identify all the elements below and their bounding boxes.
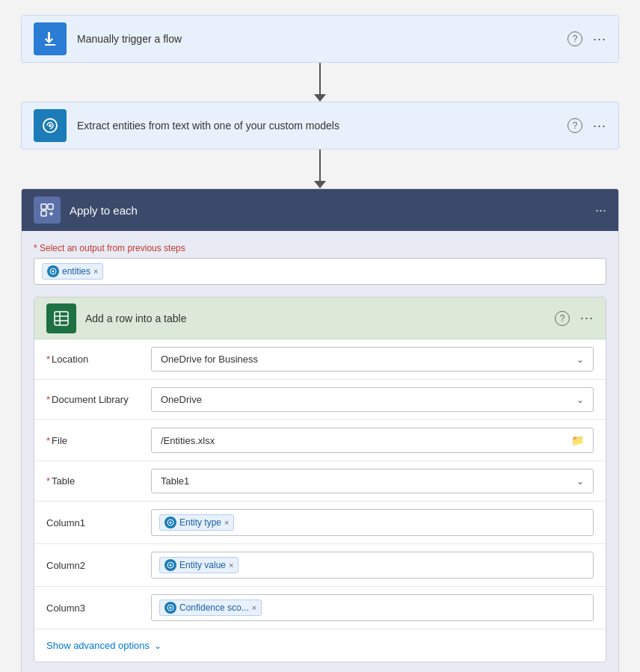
manual-trigger-more-icon[interactable]: ··· [593, 31, 606, 47]
select-output-label: * Select an output from previous steps [34, 243, 606, 253]
table-dropdown[interactable]: Table1 ⌄ [151, 469, 594, 493]
table-dropdown-arrow: ⌄ [576, 476, 584, 487]
add-row-help-icon[interactable]: ? [555, 311, 570, 326]
svg-point-16 [170, 607, 172, 609]
add-row-more-icon[interactable]: ··· [580, 310, 594, 326]
arrow-2 [314, 149, 326, 188]
extract-entities-block: Extract entities from text with one of y… [21, 102, 619, 149]
column3-token-label: Confidence sco... [179, 602, 249, 613]
manual-trigger-icon [34, 22, 67, 55]
manual-trigger-help-icon[interactable]: ? [567, 31, 582, 46]
location-field-row: *Location OneDrive for Business ⌄ [34, 339, 606, 380]
column3-token-icon [164, 602, 176, 614]
location-value: OneDrive for Business ⌄ [151, 347, 594, 372]
column1-token-label: Entity type [179, 517, 221, 528]
column2-field-row: Column2 Ent [34, 544, 606, 587]
column2-input[interactable]: Entity value × [151, 552, 594, 579]
apply-each-container: Apply to each ··· * Select an output fro… [21, 188, 619, 672]
location-dropdown[interactable]: OneDrive for Business ⌄ [151, 347, 594, 372]
table-dropdown-value: Table1 [161, 475, 189, 487]
apply-each-title: Apply to each [70, 204, 595, 217]
extract-entities-icon [34, 109, 67, 142]
column1-field-row: Column1 Ent [34, 502, 606, 544]
entities-token-icon [47, 265, 59, 277]
arrow-1 [314, 63, 326, 102]
add-row-header: Add a row into a table ? ··· [34, 298, 606, 339]
arrow-line-1 [319, 63, 321, 94]
column1-token-icon [164, 517, 176, 528]
table-value: Table1 ⌄ [151, 469, 594, 493]
file-value: /Entities.xlsx 📁 [151, 428, 594, 453]
column2-token-close[interactable]: × [229, 561, 233, 570]
document-library-field-row: *Document Library OneDrive ⌄ [34, 380, 606, 420]
apply-each-more-icon[interactable]: ··· [595, 203, 606, 218]
location-dropdown-arrow: ⌄ [576, 354, 584, 365]
arrow-head-2 [314, 181, 326, 188]
column1-input[interactable]: Entity type × [151, 509, 594, 536]
column3-input[interactable]: Confidence sco... × [151, 594, 594, 621]
file-folder-icon: 📁 [571, 434, 584, 446]
svg-rect-4 [41, 211, 46, 216]
column3-token: Confidence sco... × [159, 599, 262, 616]
svg-rect-7 [55, 312, 68, 325]
manual-trigger-actions: ? ··· [567, 31, 606, 47]
column3-value: Confidence sco... × [151, 594, 594, 621]
entities-token-close[interactable]: × [93, 267, 98, 276]
document-library-value: OneDrive ⌄ [151, 387, 594, 412]
file-text-value: /Entities.xlsx [161, 435, 215, 446]
table-label: *Table [46, 475, 151, 487]
show-advanced-text: Show advanced options [46, 640, 150, 651]
extract-entities-title: Extract entities from text with one of y… [77, 120, 567, 132]
document-library-dropdown-arrow: ⌄ [576, 395, 584, 405]
add-row-icon [46, 303, 76, 333]
show-advanced-chevron-icon: ⌄ [154, 641, 161, 651]
arrow-line-2 [319, 149, 321, 181]
svg-point-14 [170, 564, 172, 567]
arrow-head-1 [314, 94, 326, 102]
column1-token: Entity type × [159, 514, 234, 531]
extract-entities-more-icon[interactable]: ··· [593, 118, 606, 134]
manual-trigger-block: Manually trigger a flow ? ··· [21, 15, 619, 63]
svg-rect-3 [48, 204, 53, 209]
apply-each-header: Apply to each ··· [22, 189, 618, 231]
column3-label: Column3 [46, 602, 151, 614]
flow-container: Manually trigger a flow ? ··· Extract en… [21, 15, 619, 672]
manual-trigger-title: Manually trigger a flow [77, 33, 567, 45]
column2-token-label: Entity value [179, 560, 226, 570]
column2-token: Entity value × [159, 557, 239, 573]
entities-token-label: entities [62, 266, 90, 277]
document-library-label: *Document Library [46, 394, 151, 405]
file-field-row: *File /Entities.xlsx 📁 [34, 420, 606, 461]
output-input-box[interactable]: entities × [34, 258, 606, 285]
location-dropdown-value: OneDrive for Business [161, 354, 258, 365]
add-row-block: Add a row into a table ? ··· *Location [34, 297, 606, 662]
document-library-dropdown[interactable]: OneDrive ⌄ [151, 387, 594, 412]
column1-token-close[interactable]: × [224, 518, 229, 527]
apply-each-body: * Select an output from previous steps e… [22, 231, 618, 672]
svg-point-6 [52, 271, 55, 273]
file-label: *File [46, 435, 151, 446]
add-row-actions: ? ··· [555, 310, 594, 326]
column3-token-close[interactable]: × [252, 603, 256, 612]
svg-rect-2 [41, 204, 46, 209]
file-text-field[interactable]: /Entities.xlsx 📁 [151, 428, 594, 453]
extract-entities-actions: ? ··· [567, 118, 606, 134]
apply-each-icon [34, 197, 61, 224]
column2-label: Column2 [46, 560, 151, 571]
entities-token: entities × [42, 263, 103, 280]
extract-entities-help-icon[interactable]: ? [567, 118, 582, 133]
column2-value: Entity value × [151, 552, 594, 579]
show-advanced-options[interactable]: Show advanced options ⌄ [34, 629, 606, 662]
column1-value: Entity type × [151, 509, 594, 536]
table-field-row: *Table Table1 ⌄ [34, 461, 606, 502]
column2-token-icon [164, 559, 176, 571]
column1-label: Column1 [46, 517, 151, 528]
add-row-title: Add a row into a table [85, 312, 555, 324]
location-label: *Location [46, 354, 151, 365]
add-row-body: *Location OneDrive for Business ⌄ *Doc [34, 339, 606, 662]
document-library-dropdown-value: OneDrive [161, 394, 202, 405]
svg-point-12 [170, 522, 172, 524]
column3-field-row: Column3 Con [34, 587, 606, 629]
svg-point-1 [49, 124, 52, 127]
